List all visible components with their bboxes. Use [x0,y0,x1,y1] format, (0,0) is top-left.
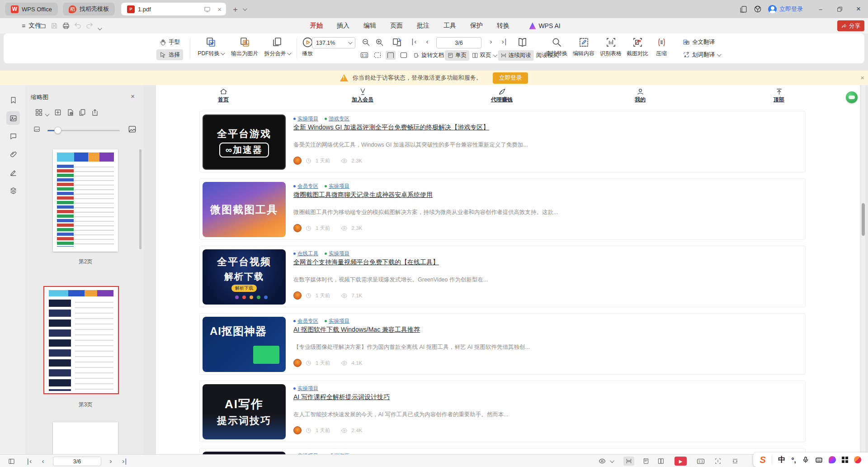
article-thumbnail[interactable]: AI写作 提示词技巧 [203,384,286,439]
article-title-link[interactable]: AI 抠图软件下载 Windows/Mac 兼容工具推荐 [293,326,420,334]
article-thumbnail[interactable]: 全平台视频 解析下载 解析下载 [203,249,286,305]
minimize-button[interactable]: – [811,0,830,18]
chevron-down-icon[interactable] [45,111,48,118]
article-title-link[interactable]: AI 写作课程全解析提示词设计技巧 [293,393,390,401]
rotate-pages-icon[interactable] [392,37,402,48]
delete-page-icon[interactable] [67,109,75,116]
select-tool-button[interactable]: 选择 [156,49,183,60]
zoom-select[interactable]: 137.1% [312,37,355,48]
open-file-icon[interactable] [39,22,46,29]
first-page-icon[interactable]: ∣‹ [411,38,417,46]
continuous-read-button[interactable]: 连续阅读 [498,50,534,61]
undo-icon[interactable] [74,22,81,29]
pdfnav-mine-link[interactable]: 我的 [620,88,660,104]
zoom-in-icon[interactable] [375,38,384,47]
close-window-button[interactable]: × [849,0,868,18]
rotate-current-icon[interactable] [399,51,409,60]
tab-docer[interactable]: 稻 找稻壳模板 [63,3,115,15]
compress-button[interactable]: 压缩 [644,36,679,57]
signature-panel-icon[interactable] [6,166,20,179]
prev-page-icon[interactable]: ‹ [38,457,48,466]
article-tag[interactable]: 游戏专区 [325,115,349,122]
page4-thumbnail[interactable] [53,422,118,454]
menu-convert[interactable]: 转换 [497,18,509,33]
toggle-sidebar-icon[interactable] [6,457,17,466]
login-entry[interactable]: 立即登录 [768,5,803,14]
workspace-box-icon[interactable] [754,5,762,13]
menu-home[interactable]: 开始 [310,18,323,33]
single-page-icon[interactable] [641,457,651,466]
article-tag[interactable]: 实操项目 [325,183,349,190]
ime-emoji-icon[interactable] [854,456,861,463]
read-mode-icon[interactable] [517,37,528,48]
page-indicator-input[interactable]: 3/6 [53,457,101,466]
tab-list-chevron-icon[interactable] [243,6,246,12]
next-page-icon[interactable]: › [105,457,116,466]
layers-panel-icon[interactable] [6,184,20,197]
microphone-icon[interactable] [802,456,809,463]
add-page-icon[interactable] [54,109,62,116]
tab-wps-home[interactable]: W WPS Office [5,3,58,15]
last-page-icon[interactable]: ›∣ [502,38,508,46]
article-thumbnail[interactable]: 微图截图工具 [203,182,286,237]
bookmark-panel-icon[interactable] [6,93,20,107]
close-tab-icon[interactable]: × [217,5,222,13]
page-indicator-input[interactable]: 3/6 [436,37,481,48]
article-tag[interactable]: 实操项目 [325,318,349,324]
article-tag[interactable]: 实操项目 [293,115,318,122]
split-merge-button[interactable]: 拆分合并 [260,36,294,57]
main-scrollbar-thumb[interactable] [862,203,865,236]
main-scrollbar[interactable] [861,85,865,454]
comment-panel-icon[interactable] [6,129,20,143]
sogou-logo-icon[interactable]: S [760,455,766,465]
chevron-down-icon[interactable] [606,457,617,466]
double-page-button[interactable]: 双页 [470,50,499,61]
enter-reader-icon[interactable] [204,6,211,13]
restore-button[interactable] [830,0,849,18]
menu-insert[interactable]: 插入 [337,18,349,33]
thumbnail-smaller-icon[interactable] [33,126,40,133]
menu-wps-ai[interactable]: WPS AI [529,18,560,33]
double-page-icon[interactable] [656,457,666,466]
hand-tool-button[interactable]: 手型 [156,37,183,48]
single-page-button[interactable]: 单页 [445,50,469,61]
prev-page-icon[interactable]: ‹ [426,38,429,45]
pdf-convert-button[interactable]: PDF转换 [193,36,228,57]
menu-comment[interactable]: 批注 [417,18,429,33]
article-title-link[interactable]: 全网首个支持海量视频平台免费下载的【在线工具】 [293,258,439,267]
extract-page-icon[interactable] [91,109,99,116]
redo-icon[interactable] [86,22,93,29]
menu-tools[interactable]: 工具 [443,18,456,33]
ime-skin-icon[interactable] [829,456,836,463]
new-tab-button[interactable]: ＋ [231,4,239,14]
menu-page[interactable]: 页面 [390,18,403,33]
more-commands-chevron-icon[interactable] [98,25,101,32]
article-title-link[interactable]: 全新 Windows GI 加速器评测全平台免费畅玩的终极解决【游戏专区】 [293,124,489,132]
first-page-icon[interactable]: ∣‹ [24,457,34,466]
fit-page-icon[interactable] [373,51,382,60]
slider-knob[interactable] [54,127,61,134]
ime-punctuation-toggle[interactable]: °, [791,456,796,464]
rotate-doc-button[interactable]: 旋转文档 [410,50,447,61]
panel-scrollbar[interactable] [139,149,142,249]
menu-protect[interactable]: 保护 [470,18,483,33]
word-translate-button[interactable]: 划词翻译 [679,49,723,60]
file-menu[interactable]: ≡ 文件 [22,18,41,33]
notice-close-icon[interactable]: × [860,74,864,81]
ime-toolbox-icon[interactable] [842,457,848,463]
multi-window-icon[interactable] [740,5,747,13]
thumbnail-layout-icon[interactable] [35,109,43,116]
page3-thumbnail-selected[interactable] [44,287,118,393]
last-page-icon[interactable]: ›∣ [119,457,130,466]
article-thumbnail[interactable]: AI抠图神器 [203,317,286,372]
fit-width-icon[interactable] [730,457,741,466]
autoplay-button[interactable]: ▶ [675,457,687,466]
article-thumbnail[interactable]: 全平台游戏 ∞加速器 [203,114,286,170]
article-tag[interactable]: 在线工具 [293,250,318,257]
fit-page-icon[interactable] [712,457,723,466]
article-tag[interactable]: 实操项目 [325,250,349,257]
menu-edit[interactable]: 编辑 [363,18,376,33]
full-translate-button[interactable]: 全文翻译 [679,37,718,48]
article-tag[interactable]: 会员专区 [293,183,318,190]
print-icon[interactable] [62,22,70,29]
